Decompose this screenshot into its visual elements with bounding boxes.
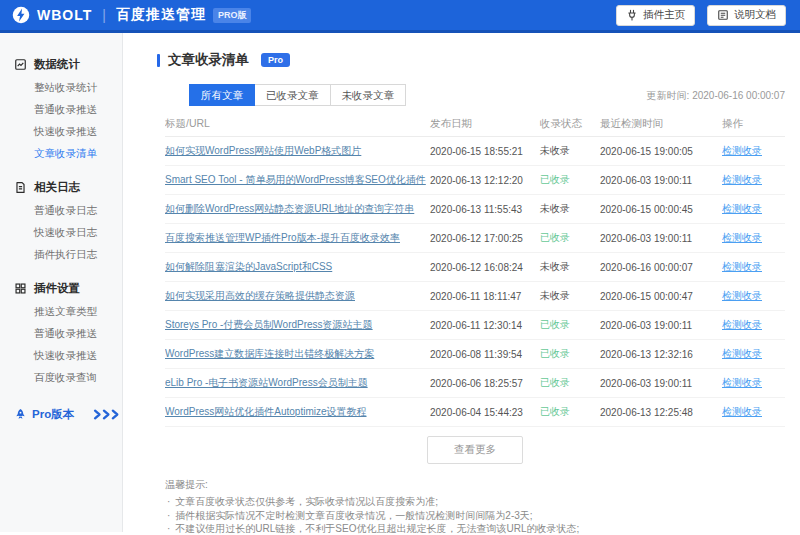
sidebar-section: 数据统计整站收录统计普通收录推送快速收录推送文章收录清单 (14, 57, 122, 165)
sidebar-item[interactable]: 快速收录日志 (14, 222, 122, 244)
action-cell: 检测收录 (722, 405, 785, 419)
sidebar-item[interactable]: 快速收录推送 (14, 345, 122, 367)
check-index-link[interactable]: 检测收录 (722, 261, 762, 272)
docs-button-label: 说明文档 (734, 8, 776, 22)
load-more-button[interactable]: 查看更多 (427, 436, 523, 464)
settings-icon (14, 282, 27, 295)
action-cell: 检测收录 (722, 260, 785, 274)
header-actions: 插件主页说明文档 (616, 5, 786, 26)
logo: WBOLT (12, 6, 92, 24)
bolt-icon (12, 6, 30, 24)
article-title-link[interactable]: Smart SEO Tool - 简单易用的WordPress博客SEO优化插件 (165, 174, 426, 185)
check-index-link[interactable]: 检测收录 (722, 290, 762, 301)
pro-badge: Pro (261, 53, 290, 67)
last-checked-time: 2020-06-03 19:00:11 (600, 175, 722, 186)
tip-item: 文章百度收录状态仅供参考，实际收录情况以百度搜索为准; (165, 495, 785, 509)
check-index-link[interactable]: 检测收录 (722, 348, 762, 359)
last-checked-time: 2020-06-13 12:32:16 (600, 349, 722, 360)
article-title-link[interactable]: eLib Pro -电子书资源站WordPress会员制主题 (165, 377, 368, 388)
table-row: Smart SEO Tool - 简单易用的WordPress博客SEO优化插件… (165, 166, 785, 195)
last-checked-time: 2020-06-03 19:00:11 (600, 320, 722, 331)
check-index-link[interactable]: 检测收录 (722, 145, 762, 156)
action-cell: 检测收录 (722, 376, 785, 390)
sidebar: 数据统计整站收录统计普通收录推送快速收录推送文章收录清单相关日志普通收录日志快速… (0, 33, 123, 532)
article-title-cell: 如何解除阻塞渲染的JavaScript和CSS (165, 260, 430, 274)
published-date: 2020-06-08 11:39:54 (430, 349, 540, 360)
article-title-link[interactable]: Storeys Pro -付费会员制WordPress资源站主题 (165, 319, 373, 330)
filter-tab[interactable]: 已收录文章 (254, 84, 331, 106)
plug-icon (626, 9, 638, 21)
filter-tab[interactable]: 所有文章 (189, 84, 255, 106)
published-date: 2020-06-12 17:00:25 (430, 233, 540, 244)
column-header: 标题/URL (165, 117, 430, 131)
article-title-link[interactable]: 如何实现WordPress网站使用WebP格式图片 (165, 145, 361, 156)
column-header: 收录状态 (540, 117, 600, 131)
status-badge: 已收录 (540, 376, 600, 390)
sidebar-section-label: 数据统计 (34, 57, 80, 72)
published-date: 2020-06-13 11:55:43 (430, 204, 540, 215)
sidebar-item[interactable]: 整站收录统计 (14, 77, 122, 99)
sidebar-item[interactable]: 普通收录日志 (14, 200, 122, 222)
action-cell: 检测收录 (722, 202, 785, 216)
main-content: 文章收录清单 Pro 所有文章已收录文章未收录文章 更新时间: 2020-06-… (123, 33, 800, 532)
article-title-cell: 如何删除WordPress网站静态资源URL地址的查询字符串 (165, 202, 430, 216)
check-index-link[interactable]: 检测收录 (722, 232, 762, 243)
article-title-link[interactable]: 百度搜索推送管理WP插件Pro版本-提升百度收录效率 (165, 232, 400, 243)
plugin-home-button-label: 插件主页 (643, 8, 685, 22)
sidebar-item[interactable]: 推送文章类型 (14, 301, 122, 323)
sidebar-item[interactable]: 快速收录推送 (14, 121, 122, 143)
check-index-link[interactable]: 检测收录 (722, 377, 762, 388)
filter-tab[interactable]: 未收录文章 (330, 84, 407, 106)
article-title-cell: 如何实现WordPress网站使用WebP格式图片 (165, 144, 430, 158)
article-title-link[interactable]: 如何删除WordPress网站静态资源URL地址的查询字符串 (165, 203, 414, 214)
chart-icon (14, 58, 27, 71)
article-title-cell: eLib Pro -电子书资源站WordPress会员制主题 (165, 376, 430, 390)
docs-button[interactable]: 说明文档 (707, 5, 786, 26)
sidebar-section-label: 相关日志 (34, 180, 80, 195)
sidebar-item[interactable]: 普通收录推送 (14, 99, 122, 121)
status-badge: 已收录 (540, 347, 600, 361)
article-title-link[interactable]: 如何实现采用高效的缓存策略提供静态资源 (165, 290, 355, 301)
sidebar-item[interactable]: 百度收录查询 (14, 367, 122, 389)
table-row: 如何删除WordPress网站静态资源URL地址的查询字符串2020-06-13… (165, 195, 785, 224)
article-title-link[interactable]: 如何解除阻塞渲染的JavaScript和CSS (165, 261, 332, 272)
last-checked-time: 2020-06-13 12:25:48 (600, 407, 722, 418)
check-index-link[interactable]: 检测收录 (722, 319, 762, 330)
published-date: 2020-06-13 12:12:20 (430, 175, 540, 186)
action-cell: 检测收录 (722, 318, 785, 332)
tips-section: 温馨提示: 文章百度收录状态仅供参考，实际收录情况以百度搜索为准;插件根据实际情… (165, 478, 785, 535)
check-index-link[interactable]: 检测收录 (722, 203, 762, 214)
article-title-cell: Smart SEO Tool - 简单易用的WordPress博客SEO优化插件 (165, 173, 430, 187)
table-row: WordPress建立数据库连接时出错终极解决方案2020-06-08 11:3… (165, 340, 785, 369)
article-title-cell: 百度搜索推送管理WP插件Pro版本-提升百度收录效率 (165, 231, 430, 245)
check-index-link[interactable]: 检测收录 (722, 406, 762, 417)
sidebar-section-title: 相关日志 (14, 180, 122, 195)
table-row: WordPress网站优化插件Autoptimize设置教程2020-06-04… (165, 398, 785, 427)
tips-title: 温馨提示: (165, 478, 785, 492)
published-date: 2020-06-11 18:11:47 (430, 291, 540, 302)
page-title: 文章收录清单 (168, 51, 249, 69)
sidebar-item[interactable]: 插件执行日志 (14, 244, 122, 266)
column-header: 发布日期 (430, 117, 540, 131)
table-row: eLib Pro -电子书资源站WordPress会员制主题2020-06-06… (165, 369, 785, 398)
article-title-link[interactable]: WordPress网站优化插件Autoptimize设置教程 (165, 406, 367, 417)
tips-list: 文章百度收录状态仅供参考，实际收录情况以百度搜索为准;插件根据实际情况不定时检测… (165, 495, 785, 535)
plugin-home-button[interactable]: 插件主页 (616, 5, 695, 26)
article-title-cell: WordPress建立数据库连接时出错终极解决方案 (165, 347, 430, 361)
last-checked-time: 2020-06-15 19:00:05 (600, 146, 722, 157)
chevrons-icon (93, 409, 119, 420)
action-cell: 检测收录 (722, 289, 785, 303)
table-row: 如何实现采用高效的缓存策略提供静态资源2020-06-11 18:11:47未收… (165, 282, 785, 311)
check-index-link[interactable]: 检测收录 (722, 174, 762, 185)
article-title-link[interactable]: WordPress建立数据库连接时出错终极解决方案 (165, 348, 374, 359)
status-badge: 未收录 (540, 144, 600, 158)
table-body: 如何实现WordPress网站使用WebP格式图片2020-06-15 18:5… (165, 137, 785, 427)
column-header: 操作 (722, 117, 785, 131)
published-date: 2020-06-12 16:08:24 (430, 262, 540, 273)
published-date: 2020-06-11 12:30:14 (430, 320, 540, 331)
sidebar-item-pro-version[interactable]: Pro版本 (14, 407, 122, 422)
status-badge: 已收录 (540, 405, 600, 419)
sidebar-item[interactable]: 普通收录推送 (14, 323, 122, 345)
sidebar-section-title: 数据统计 (14, 57, 122, 72)
sidebar-item[interactable]: 文章收录清单 (14, 143, 122, 165)
